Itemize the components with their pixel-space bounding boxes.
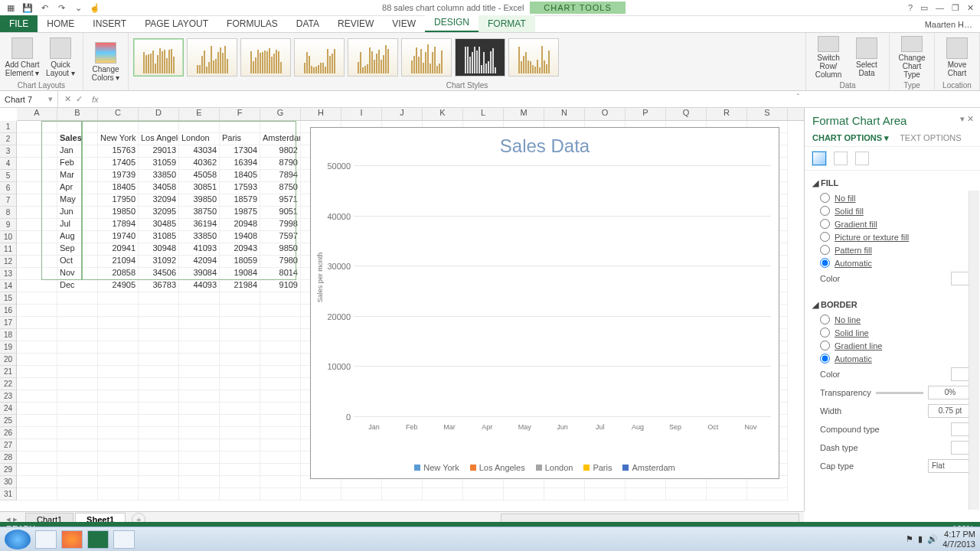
chart-style-thumb[interactable] bbox=[508, 38, 559, 77]
fill-option[interactable]: No fill bbox=[812, 191, 972, 204]
fx-icon[interactable]: fx bbox=[89, 95, 102, 104]
width-label: Width bbox=[820, 406, 841, 416]
chart-style-thumb[interactable] bbox=[455, 38, 505, 77]
collapse-ribbon-icon[interactable]: ˆ bbox=[797, 93, 799, 102]
enter-formula-icon[interactable]: ✓ bbox=[76, 94, 83, 104]
pane-title: Format Chart Area bbox=[805, 108, 980, 130]
worksheet-area: ABCDEFGHIJKLMNOPQRS 12345678910111213141… bbox=[0, 108, 804, 511]
cap-type-picker[interactable]: Flat bbox=[928, 459, 972, 473]
width-value[interactable]: 0.75 pt bbox=[928, 404, 972, 418]
border-option[interactable]: Gradient line bbox=[812, 339, 972, 352]
border-section-header[interactable]: ◢ BORDER bbox=[812, 300, 972, 310]
qat-custom-icon[interactable]: ⌄ bbox=[72, 2, 84, 14]
tray-network-icon[interactable]: ▮ bbox=[918, 534, 923, 544]
restore-button[interactable]: ❐ bbox=[952, 3, 959, 13]
ribbon: Add Chart Element ▾ Quick Layout ▾ Chart… bbox=[0, 33, 980, 91]
compound-type-label: Compound type bbox=[820, 425, 880, 434]
pane-scrollbar[interactable] bbox=[969, 191, 979, 510]
effects-category-icon[interactable] bbox=[834, 152, 848, 165]
cancel-formula-icon[interactable]: ✕ bbox=[64, 94, 71, 104]
chart-style-thumb[interactable] bbox=[401, 38, 452, 77]
tab-data[interactable]: DATA bbox=[287, 15, 328, 32]
embedded-chart[interactable]: Sales Data Sales per month 0100002000030… bbox=[310, 127, 779, 479]
fill-option[interactable]: Solid fill bbox=[812, 204, 972, 217]
chart-tools-context-label: CHART TOOLS bbox=[530, 2, 625, 14]
ribbon-display-button[interactable]: ▭ bbox=[920, 3, 928, 13]
chart-style-thumb[interactable] bbox=[240, 38, 291, 77]
fill-option[interactable]: Pattern fill bbox=[812, 243, 972, 256]
move-chart-button[interactable]: Move Chart bbox=[939, 36, 975, 79]
add-chart-element-button[interactable]: Add Chart Element ▾ bbox=[5, 36, 40, 79]
tab-view[interactable]: VIEW bbox=[383, 15, 425, 32]
border-option[interactable]: Automatic bbox=[812, 352, 972, 365]
row-headers[interactable]: 1234567891011121314151617181920212223242… bbox=[0, 121, 17, 500]
pane-close-icon[interactable]: ▾ ✕ bbox=[960, 114, 974, 124]
tab-format[interactable]: FORMAT bbox=[479, 15, 535, 32]
minimize-button[interactable]: — bbox=[936, 3, 944, 13]
group-type: Type bbox=[894, 80, 929, 90]
undo-icon[interactable]: ↶ bbox=[38, 2, 51, 14]
ribbon-tabs: FILE HOME INSERT PAGE LAYOUT FORMULAS DA… bbox=[0, 16, 980, 33]
formula-input[interactable] bbox=[102, 91, 980, 107]
border-option[interactable]: No line bbox=[812, 313, 972, 326]
tab-home[interactable]: HOME bbox=[38, 15, 83, 32]
select-data-button[interactable]: Select Data bbox=[849, 36, 884, 79]
title-bar: ▦ 💾 ↶ ↷ ⌄ ☝ 88 sales chart column add ti… bbox=[0, 0, 980, 16]
transparency-value[interactable]: 0% bbox=[928, 386, 972, 399]
touch-mode-icon[interactable]: ☝ bbox=[89, 2, 101, 14]
user-account[interactable]: Maarten H… bbox=[917, 17, 980, 32]
group-chart-styles: Chart Styles bbox=[133, 80, 801, 90]
tab-formulas[interactable]: FORMULAS bbox=[217, 15, 287, 32]
taskbar-excel-icon[interactable] bbox=[87, 530, 109, 549]
dash-type-label: Dash type bbox=[820, 443, 858, 452]
tab-review[interactable]: REVIEW bbox=[328, 15, 383, 32]
quick-access-toolbar: ▦ 💾 ↶ ↷ ⌄ ☝ bbox=[0, 2, 106, 14]
border-option[interactable]: Solid line bbox=[812, 326, 972, 339]
excel-icon: ▦ bbox=[5, 2, 17, 14]
plot-area[interactable]: 01000020000300004000050000JanFebMarAprMa… bbox=[354, 166, 771, 417]
tray-clock[interactable]: 4:17 PM4/7/2013 bbox=[942, 530, 975, 548]
group-chart-layouts: Chart Layouts bbox=[5, 80, 78, 90]
start-button[interactable] bbox=[5, 530, 31, 549]
pane-tab-chart-options[interactable]: CHART OPTIONS ▾ bbox=[812, 133, 889, 143]
size-properties-category-icon[interactable] bbox=[855, 152, 869, 165]
tab-insert[interactable]: INSERT bbox=[83, 15, 136, 32]
windows-taskbar: ⚑ ▮ 🔊 4:17 PM4/7/2013 bbox=[0, 527, 980, 551]
fill-option[interactable]: Automatic bbox=[812, 256, 972, 269]
system-tray[interactable]: ⚑ ▮ 🔊 4:17 PM4/7/2013 bbox=[906, 530, 975, 548]
help-button[interactable]: ? bbox=[908, 3, 913, 13]
chart-style-thumb[interactable] bbox=[294, 38, 345, 77]
chart-style-thumb[interactable] bbox=[187, 38, 237, 77]
taskbar-firefox-icon[interactable] bbox=[61, 530, 83, 549]
tray-volume-icon[interactable]: 🔊 bbox=[927, 534, 938, 544]
transparency-slider[interactable] bbox=[876, 392, 923, 394]
fill-line-category-icon[interactable] bbox=[812, 152, 826, 165]
chart-style-thumb[interactable] bbox=[133, 38, 184, 77]
change-chart-type-button[interactable]: Change Chart Type bbox=[894, 36, 929, 79]
switch-row-column-button[interactable]: Switch Row/ Column bbox=[811, 36, 846, 79]
close-button[interactable]: ✕ bbox=[967, 3, 974, 13]
taskbar-explorer-icon[interactable] bbox=[35, 530, 57, 549]
save-icon[interactable]: 💾 bbox=[21, 2, 34, 14]
tab-page-layout[interactable]: PAGE LAYOUT bbox=[136, 15, 217, 32]
chart-title[interactable]: Sales Data bbox=[311, 128, 779, 160]
column-headers[interactable]: ABCDEFGHIJKLMNOPQRS bbox=[17, 108, 804, 121]
fill-option[interactable]: Gradient fill bbox=[812, 217, 972, 230]
redo-icon[interactable]: ↷ bbox=[55, 2, 67, 14]
y-axis-label: Sales per month bbox=[316, 253, 324, 303]
taskbar-app-icon[interactable] bbox=[113, 530, 135, 549]
tab-design[interactable]: DESIGN bbox=[425, 14, 479, 32]
fill-option[interactable]: Picture or texture fill bbox=[812, 230, 972, 243]
transparency-label: Transparency bbox=[820, 388, 871, 397]
tray-flag-icon[interactable]: ⚑ bbox=[906, 534, 913, 544]
chart-styles-gallery[interactable] bbox=[133, 34, 801, 80]
chart-style-thumb[interactable] bbox=[348, 38, 398, 77]
chart-legend[interactable]: New YorkLos AngelesLondonParisAmsterdam bbox=[311, 463, 779, 472]
tab-file[interactable]: FILE bbox=[0, 15, 38, 32]
name-box[interactable]: Chart 7▾ bbox=[0, 91, 58, 107]
fill-section-header[interactable]: ◢ FILL bbox=[812, 178, 972, 188]
group-location: Location bbox=[939, 80, 975, 90]
quick-layout-button[interactable]: Quick Layout ▾ bbox=[43, 36, 78, 79]
change-colors-button[interactable]: Change Colors ▾ bbox=[88, 41, 123, 83]
pane-tab-text-options[interactable]: TEXT OPTIONS bbox=[900, 133, 961, 143]
